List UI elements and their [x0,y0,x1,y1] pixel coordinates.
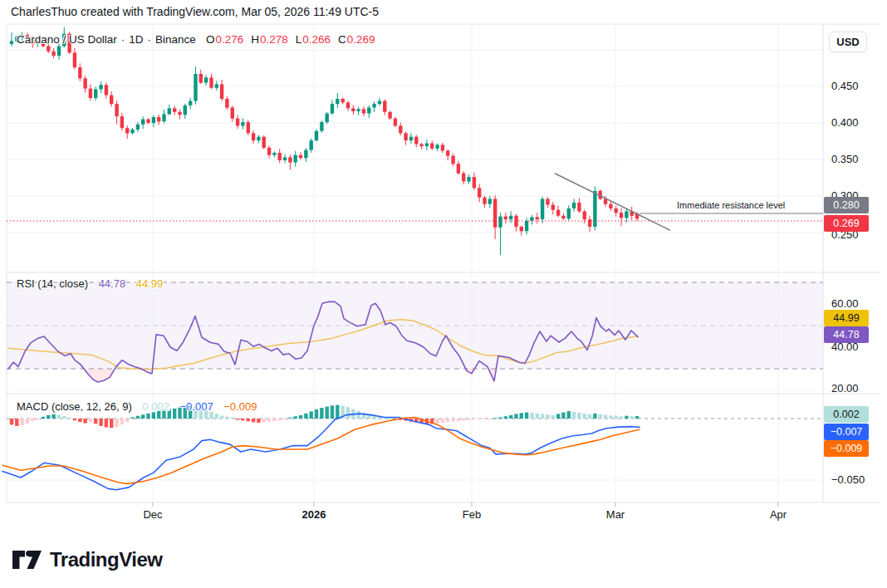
rsi-value: 44.78 [99,277,126,290]
high-label: H [251,33,259,46]
macd-legend[interactable]: MACD (close, 12, 26, 9) 0.002 −0.007 −0.… [17,400,257,413]
tradingview-logo[interactable]: TradingView [12,548,162,571]
price-axis-label: 0.400 [831,116,859,130]
macd-params: (close, 12, 26, 9) [51,400,132,413]
macd-hist-value: 0.002 [142,400,169,413]
resistance-annotation[interactable]: Immediate resistance level [677,200,785,210]
tradingview-logo-text: TradingView [50,548,162,571]
macd-axis-label: −0.050 [831,473,865,487]
time-axis-label: 2026 [302,508,326,521]
macd-line-value: −0.007 [180,400,213,413]
rsi-axis-label: 60.00 [831,297,859,311]
rsi-axis-label: 20.00 [831,382,859,395]
last-price-badge: 0.269 [824,215,869,232]
screenshot-root: CharlesThuo created with TradingView.com… [0,0,887,588]
rsi-value-badge: 44.78 [824,326,869,343]
open-value: 0.276 [215,33,243,46]
resistance-price-badge: 0.280 [824,197,869,213]
macd-title: MACD [17,400,48,413]
ohlc-readout: O0.276H0.278L0.266C0.269 [206,33,375,46]
symbol-title[interactable]: Cardano / US Dollar [17,33,117,46]
exchange-label: Binance [155,33,196,46]
rsi-legend[interactable]: RSI (14, close) 44.78 44.99 [17,277,163,290]
rsi-ma-badge: 44.99 [824,310,869,326]
low-label: L [296,33,302,46]
rsi-ma-value: 44.99 [136,277,164,290]
price-axis-label: 0.450 [831,80,859,93]
time-axis-label: Mar [606,508,625,521]
time-axis-label: Apr [770,508,787,521]
tradingview-logo-icon [12,549,42,571]
open-label: O [206,33,215,46]
low-value: 0.266 [302,33,331,46]
legend-separator: · [148,33,152,46]
time-axis-label: Feb [463,508,481,521]
symbol-legend[interactable]: Cardano / US Dollar·1D·BinanceO0.276H0.2… [17,33,375,46]
macd-signal-badge: −0.009 [824,440,869,457]
price-axis-label: 0.350 [831,153,859,166]
macd-value-badge: −0.007 [824,424,869,440]
rsi-title: RSI [17,277,35,290]
chart-canvas[interactable] [0,0,887,588]
legend-separator: · [121,33,125,46]
currency-toggle-button[interactable]: USD [829,32,867,52]
high-value: 0.278 [260,33,288,46]
macd-signal-value: −0.009 [223,400,257,413]
interval-label[interactable]: 1D [129,33,143,46]
time-axis-label: Dec [143,508,162,521]
close-label: C [338,33,346,46]
macd-hist-badge: 0.002 [824,406,869,423]
close-value: 0.269 [347,33,375,46]
rsi-params: (14, close) [37,277,88,290]
